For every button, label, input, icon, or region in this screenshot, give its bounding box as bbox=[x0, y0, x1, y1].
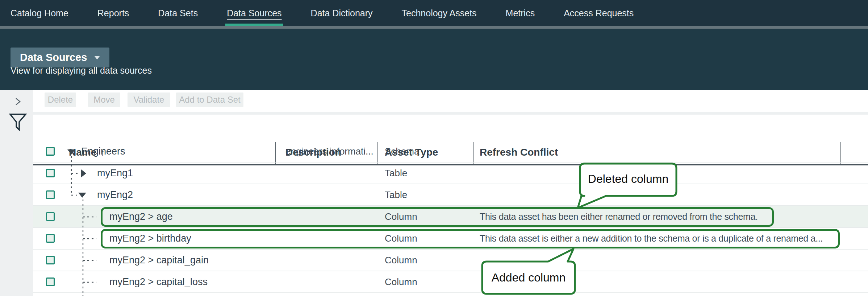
view-selector-button[interactable]: Data Sources bbox=[11, 48, 109, 67]
data-sources-panel: DeleteMoveValidateAdd to Data Set Name↑D… bbox=[33, 90, 868, 296]
cell-name: myEng2 bbox=[97, 184, 133, 205]
nav-item-technology-assets[interactable]: Technology Assets bbox=[402, 0, 477, 26]
cell-refresh-conflict: This data asset is either a new addition… bbox=[480, 228, 823, 249]
cell-asset-type: Table bbox=[385, 163, 407, 184]
add-to-data-set-button[interactable]: Add to Data Set bbox=[176, 92, 243, 107]
nav-item-data-dictionary[interactable]: Data Dictionary bbox=[311, 0, 373, 26]
row-checkbox[interactable] bbox=[46, 190, 55, 199]
nav-item-data-sources[interactable]: Data Sources bbox=[227, 0, 281, 26]
content-area: DeleteMoveValidateAdd to Data Set Name↑D… bbox=[0, 90, 868, 296]
cell-asset-type: Column bbox=[385, 271, 417, 292]
table-row-myeng2-capital-gain[interactable]: myEng2 > capital_gainColumn bbox=[33, 250, 868, 271]
cell-asset-type: Column bbox=[385, 228, 417, 249]
row-checkbox[interactable] bbox=[46, 256, 55, 264]
view-selector-label: Data Sources bbox=[20, 52, 87, 63]
cell-name: myEng1 bbox=[97, 163, 133, 184]
cell-name: myEng2 > capital_loss bbox=[109, 271, 208, 292]
caret-down-icon bbox=[94, 56, 100, 59]
table-row-myeng2-age[interactable]: myEng2 > ageColumnThis data asset has be… bbox=[33, 206, 868, 228]
page-header: Data Sources View for displaying all dat… bbox=[0, 29, 868, 90]
row-checkbox[interactable] bbox=[46, 147, 55, 156]
table-row-myeng1[interactable]: myEng1Table bbox=[33, 163, 868, 184]
nav-item-reports[interactable]: Reports bbox=[97, 0, 129, 26]
cell-asset-type: Column bbox=[385, 206, 417, 227]
filter-icon[interactable] bbox=[9, 113, 27, 133]
nav-item-access-requests[interactable]: Access Requests bbox=[564, 0, 634, 26]
sidebar-expand-button[interactable] bbox=[15, 98, 21, 107]
table-row-myeng2[interactable]: myEng2Table bbox=[33, 184, 868, 206]
cell-asset-type: Table bbox=[385, 184, 407, 205]
nav-bottom-strip bbox=[0, 26, 868, 29]
cell-refresh-conflict: This data asset has been either renamed … bbox=[480, 206, 758, 227]
left-sidebar bbox=[0, 90, 33, 296]
validate-button[interactable]: Validate bbox=[128, 92, 170, 107]
nav-item-data-sets[interactable]: Data Sets bbox=[158, 0, 198, 26]
row-checkbox[interactable] bbox=[46, 212, 55, 221]
table-body: Engineersengineers informati...SchemamyE… bbox=[33, 141, 868, 296]
row-checkbox[interactable] bbox=[46, 234, 55, 243]
table-row-myeng2-birthday[interactable]: myEng2 > birthdayColumnThis data asset i… bbox=[33, 228, 868, 250]
cell-description: engineers informati... bbox=[285, 141, 374, 162]
active-tab-indicator bbox=[225, 24, 283, 26]
cell-name: myEng2 > age bbox=[109, 206, 173, 227]
table-row-myeng2-capital-loss[interactable]: myEng2 > capital_lossColumn bbox=[33, 271, 868, 293]
cell-name: myEng2 > birthday bbox=[109, 228, 191, 249]
view-description: View for displaying all data sources bbox=[11, 65, 152, 76]
delete-button[interactable]: Delete bbox=[45, 92, 76, 107]
top-nav-items: Catalog HomeReportsData SetsData Sources… bbox=[11, 0, 634, 26]
cell-asset-type: Schema bbox=[385, 141, 419, 162]
toolbar-divider bbox=[33, 112, 868, 115]
cell-asset-type: Column bbox=[385, 250, 417, 271]
catalog-app-window: Catalog HomeReportsData SetsData Sources… bbox=[0, 0, 868, 296]
cell-name: myEng2 > capital_gain bbox=[109, 250, 209, 271]
nav-item-catalog-home[interactable]: Catalog Home bbox=[11, 0, 68, 26]
table-row-engineers[interactable]: Engineersengineers informati...Schema bbox=[33, 141, 868, 163]
cell-name: Engineers bbox=[81, 141, 125, 162]
move-button[interactable]: Move bbox=[88, 92, 120, 107]
nav-item-metrics[interactable]: Metrics bbox=[506, 0, 535, 26]
row-checkbox[interactable] bbox=[46, 169, 55, 177]
top-nav: Catalog HomeReportsData SetsData Sources… bbox=[0, 0, 868, 29]
row-checkbox[interactable] bbox=[46, 278, 55, 286]
